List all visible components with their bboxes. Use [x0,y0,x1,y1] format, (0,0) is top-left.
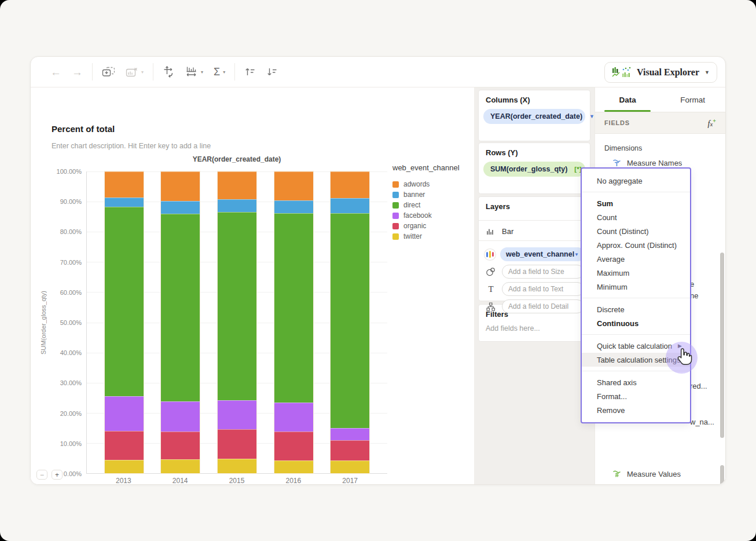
mark-type-label: Bar [502,227,513,236]
legend-item-adwords[interactable]: adwords [392,179,460,189]
layers-shelf-title: Layers [483,202,585,215]
bar-segment-adwords[interactable] [331,171,369,198]
bar-segment-organic[interactable] [218,429,256,459]
menu-item-sum[interactable]: Sum [582,196,690,210]
x-axis-labels: 20132014201520162017 [86,477,387,485]
bar-segment-banner[interactable] [218,199,256,211]
y-tick-label: 80.00% [40,228,82,235]
remove-chart-button[interactable]: ▾ [126,67,144,77]
menu-item-continuous[interactable]: Continuous [582,316,690,330]
bar-segment-twitter[interactable] [218,459,256,473]
stacked-bar-2014 [161,171,200,473]
menu-item-discrete[interactable]: Discrete [582,302,690,316]
legend-item-banner[interactable]: banner [392,189,460,200]
forward-icon: → [72,67,83,78]
bar-segment-facebook[interactable] [105,396,144,431]
sigma-icon: Σ [214,66,220,78]
menu-item-format[interactable]: Format... [582,389,690,403]
menu-item-maximum[interactable]: Maximum [582,266,690,280]
bar-segment-twitter[interactable] [161,459,200,473]
bar-segment-adwords[interactable] [274,171,313,200]
bar-segment-facebook[interactable] [274,403,313,432]
forward-button[interactable]: → [72,67,83,78]
bar-segment-organic[interactable] [161,432,200,459]
menu-item-shared-axis[interactable]: Shared axis [582,375,690,389]
y-tick-label: 70.00% [40,259,82,266]
field-account-lat[interactable]: #account_lat [612,481,665,485]
viz-type-selector[interactable]: Visual Explorer ▼ [604,62,717,83]
filters-drop-zone[interactable]: Add fields here... [483,323,585,335]
obscured-field-fragment: w_na... [690,418,714,426]
columns-pill[interactable]: YEAR(order_created_date) ▼ [483,109,585,124]
chart-description-input[interactable]: Enter chart description. Hit Enter key t… [52,142,211,150]
pill-context-menu: No aggregateSumCountCount (Distinct)Appr… [581,167,691,423]
bar-segment-adwords[interactable] [218,171,256,199]
bar-segment-facebook[interactable] [331,428,369,440]
field-measure-values[interactable]: Measure Values [612,468,681,480]
scrollbar-thumb[interactable] [720,465,724,485]
bar-segment-twitter[interactable] [105,460,144,473]
legend-item-organic[interactable]: organic [392,221,460,231]
bar-segment-banner[interactable] [274,200,313,213]
swap-axes-button[interactable] [163,66,175,78]
bar-segment-banner[interactable] [161,201,200,214]
text-field-slot[interactable]: Add a field to Text [502,282,584,296]
bar-segment-organic[interactable] [274,432,313,460]
chart-title[interactable]: Percent of total [52,124,115,134]
tab-data[interactable]: Data [595,87,660,112]
bar-segment-direct[interactable] [105,207,144,396]
legend-item-facebook[interactable]: facebook [392,210,460,221]
menu-item-count[interactable]: Count [582,210,690,224]
back-button[interactable]: ← [50,67,61,78]
menu-item-approx-count-distinct[interactable]: Approx. Count (Distinct) [582,238,690,252]
bar-segment-adwords[interactable] [105,171,144,198]
size-field-slot[interactable]: Add a field to Size [502,265,584,279]
bar-segment-organic[interactable] [331,440,369,460]
bar-segment-direct[interactable] [161,214,200,401]
mark-type-row[interactable]: Bar [483,225,585,237]
legend-item-twitter[interactable]: twitter [392,231,460,242]
color-field-pill[interactable]: web_event_channel ▼ [500,247,585,261]
bar-segment-twitter[interactable] [331,460,369,473]
fields-header: FIELDS fx+ [595,112,725,134]
bar-segment-direct[interactable] [218,212,256,401]
size-encoding-row: Add a field to Size [483,263,585,280]
menu-item-minimum[interactable]: Minimum [582,280,690,294]
bar-segment-direct[interactable] [274,213,313,403]
tab-format[interactable]: Format [660,87,726,112]
color-encoding-row: web_event_channel ▼ [483,246,585,263]
measure-names-icon [612,159,621,167]
bar-segment-banner[interactable] [331,198,369,213]
bin-width-button[interactable]: ▾ [185,66,203,78]
x-tick-label: 2015 [217,477,256,485]
bar-segment-adwords[interactable] [161,171,200,201]
bar-segment-twitter[interactable] [274,460,313,473]
field-measure-names[interactable]: Measure Names [612,157,682,169]
bar-segment-organic[interactable] [105,431,144,460]
stacked-bar-2016 [274,171,313,473]
sort-descending-button[interactable] [266,67,278,77]
bar-segment-facebook[interactable] [218,400,256,429]
menu-item-table-calculation-settings[interactable]: Table calculation settings... [582,353,690,367]
add-calculated-field-button[interactable]: fx+ [708,118,716,129]
menu-item-no-aggregate[interactable]: No aggregate [582,174,690,188]
bar-segment-facebook[interactable] [161,401,200,432]
bar-segment-banner[interactable] [105,198,144,207]
menu-item-quick-table-calculation[interactable]: Quick table calculation▶ [582,339,690,353]
menu-item-remove[interactable]: Remove [582,403,690,417]
bars [87,171,387,473]
menu-item-count-distinct[interactable]: Count (Distinct) [582,224,690,238]
menu-item-average[interactable]: Average [582,252,690,266]
y-tick-label: 60.00% [40,289,82,296]
legend-swatch-icon [392,213,399,219]
detail-field-slot[interactable]: Add a field to Detail [502,299,584,313]
visual-explorer-window: ← → ▾ [30,56,726,485]
sort-ascending-button[interactable] [244,67,256,77]
scrollbar-thumb[interactable] [720,253,724,438]
legend-item-direct[interactable]: direct [392,200,460,210]
add-chart-button[interactable] [102,67,115,77]
aggregate-button[interactable]: Σ ▾ [214,66,225,78]
bar-segment-direct[interactable] [331,213,369,428]
pill-chevron-icon: ▼ [574,252,579,257]
rows-pill[interactable]: SUM(order_gloss_qty) [*] ▼ [483,162,585,177]
